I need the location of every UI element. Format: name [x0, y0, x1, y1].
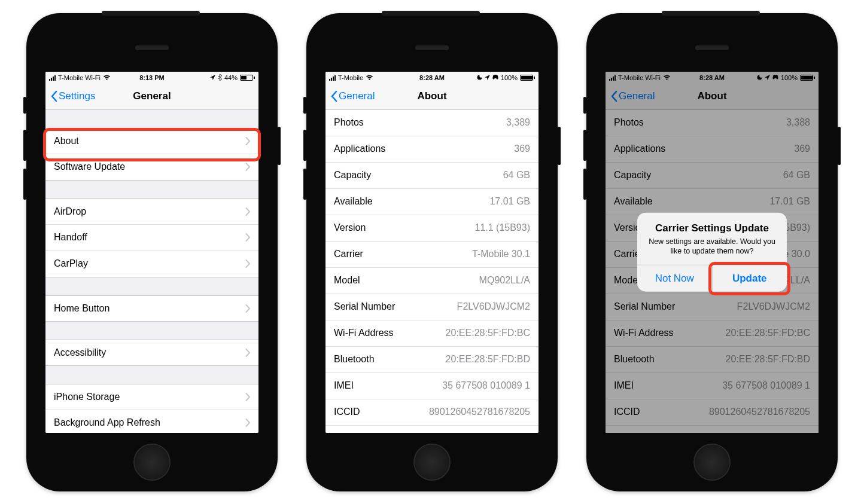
settings-row[interactable]: Background App Refresh [45, 410, 258, 433]
battery-icon [240, 75, 255, 81]
signal-icon [329, 75, 336, 81]
settings-row[interactable]: iPhone Storage [45, 384, 258, 410]
signal-icon [49, 75, 56, 81]
info-row: Bluetooth20:EE:28:5F:FD:BD [325, 347, 539, 373]
phone-frame-2: T-Mobile 8:28 AM 100% General About Phot… [306, 13, 558, 491]
chevron-right-icon [245, 137, 250, 145]
alert-ok-button[interactable]: Update [712, 265, 787, 292]
row-label: Wi-Fi Address [334, 328, 394, 338]
chevron-right-icon [245, 259, 250, 268]
row-value: 11.1 (15B93) [474, 222, 530, 233]
chevron-left-icon [50, 90, 57, 102]
alert-title: Carrier Settings Update [646, 222, 778, 234]
row-label: iPhone Storage [54, 392, 120, 402]
chevron-right-icon [245, 207, 250, 216]
phone-frame-3: T-Mobile Wi-Fi 8:28 AM 100% General Abou… [586, 13, 838, 491]
location-icon [485, 75, 490, 80]
row-value: 64 GB [503, 170, 530, 181]
status-time: 8:13 PM [139, 74, 165, 81]
content-general[interactable]: AboutSoftware UpdateAirDropHandoffCarPla… [45, 110, 258, 433]
alert-cancel-button[interactable]: Not Now [637, 265, 712, 292]
row-value: 35 677508 010089 1 [442, 380, 530, 391]
nav-bar: General About [325, 84, 539, 110]
bluetooth-icon [218, 74, 222, 81]
dnd-icon [477, 74, 482, 81]
info-row: Serial NumberF2LV6DJWJCM2 [325, 294, 539, 320]
row-label: Capacity [334, 170, 371, 181]
status-bar: T-Mobile 8:28 AM 100% [325, 72, 539, 84]
settings-row[interactable]: CarPlay [45, 251, 258, 277]
row-value: F2LV6DJWJCM2 [457, 301, 530, 312]
screen-about-alert: T-Mobile Wi-Fi 8:28 AM 100% General Abou… [606, 72, 819, 433]
info-row: Capacity64 GB [325, 163, 539, 189]
row-label: CarPlay [54, 258, 88, 269]
row-label: ICCID [334, 407, 360, 417]
row-label: Applications [334, 143, 385, 154]
chevron-right-icon [245, 419, 250, 427]
screen-about: T-Mobile 8:28 AM 100% General About Phot… [325, 72, 539, 433]
row-value: 20:EE:28:5F:FD:BC [446, 328, 530, 338]
row-value: 3,389 [506, 117, 530, 128]
info-row: Version11.1 (15B93) [325, 215, 539, 242]
settings-row[interactable]: About [45, 128, 258, 154]
settings-row[interactable]: Handoff [45, 225, 258, 251]
row-value: 20:EE:28:5F:FD:BD [446, 354, 530, 365]
row-label: Accessibility [54, 347, 106, 358]
carrier-text: T-Mobile Wi-Fi [58, 74, 101, 81]
settings-row[interactable]: Accessibility [45, 340, 258, 366]
chevron-right-icon [245, 349, 250, 357]
row-value: 8901260452781678205 [429, 407, 530, 417]
row-value: MQ902LL/A [479, 275, 530, 286]
settings-row[interactable]: Home Button [45, 295, 258, 322]
wifi-icon [366, 75, 373, 81]
back-label: General [339, 90, 375, 102]
chevron-left-icon [330, 90, 337, 102]
info-row: Available17.01 GB [325, 189, 539, 215]
status-time: 8:28 AM [419, 74, 445, 81]
screen-general: T-Mobile Wi-Fi 8:13 PM 44% Settings Gene… [45, 72, 258, 433]
alert-message: New settings are available. Would you li… [646, 236, 778, 256]
home-button[interactable] [693, 444, 731, 481]
status-bar: T-Mobile Wi-Fi 8:13 PM 44% [45, 72, 258, 84]
chevron-right-icon [245, 304, 250, 313]
home-button[interactable] [413, 444, 451, 481]
row-label: Photos [334, 117, 364, 128]
row-label: Model [334, 275, 360, 286]
info-row: Photos3,389 [325, 110, 539, 136]
row-value: T-Mobile 30.1 [472, 249, 530, 259]
settings-row[interactable]: AirDrop [45, 198, 258, 225]
headphones-icon [492, 75, 498, 80]
chevron-right-icon [245, 393, 250, 401]
row-label: Software Update [54, 161, 125, 172]
chevron-right-icon [245, 233, 250, 242]
battery-icon [520, 75, 535, 81]
info-row: Modem Firmware1.02.03 [325, 426, 539, 433]
info-row: IMEI35 677508 010089 1 [325, 373, 539, 399]
row-label: Version [334, 222, 366, 233]
row-label: Available [334, 196, 373, 207]
info-row: Applications369 [325, 136, 539, 163]
carrier-update-alert: Carrier Settings Update New settings are… [637, 212, 787, 292]
content-about[interactable]: Photos3,389Applications369Capacity64 GBA… [325, 110, 539, 433]
row-label: Serial Number [334, 301, 395, 312]
info-row: ICCID8901260452781678205 [325, 399, 539, 426]
row-label: Carrier [334, 249, 363, 259]
location-icon [210, 75, 215, 80]
back-button[interactable]: General [330, 90, 375, 102]
row-label: Home Button [54, 303, 109, 314]
info-row: Wi-Fi Address20:EE:28:5F:FD:BC [325, 320, 539, 347]
wifi-icon [103, 75, 111, 81]
info-row: CarrierT-Mobile 30.1 [325, 242, 539, 268]
back-button[interactable]: Settings [50, 90, 95, 102]
back-label: Settings [59, 90, 95, 102]
row-value: 369 [514, 143, 530, 154]
chevron-right-icon [245, 163, 250, 171]
battery-pct: 100% [501, 74, 518, 81]
home-button[interactable] [133, 444, 171, 481]
row-label: About [54, 136, 79, 146]
row-label: Bluetooth [334, 354, 375, 365]
settings-row[interactable]: Software Update [45, 154, 258, 181]
battery-pct: 44% [224, 74, 238, 81]
info-row: ModelMQ902LL/A [325, 268, 539, 294]
phone-frame-1: T-Mobile Wi-Fi 8:13 PM 44% Settings Gene… [26, 13, 278, 491]
